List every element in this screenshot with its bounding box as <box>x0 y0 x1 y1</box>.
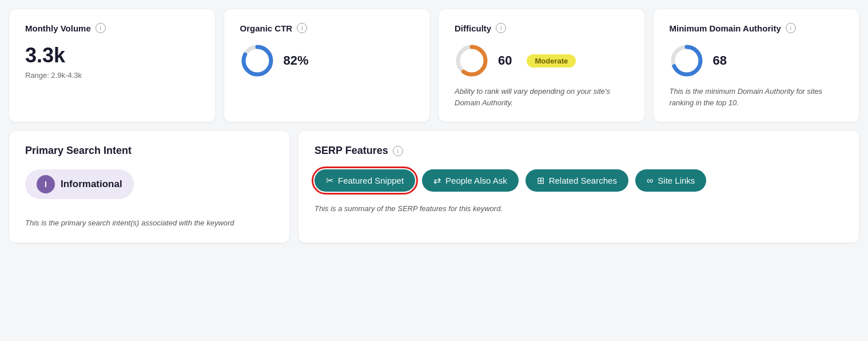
primary-search-intent-card: Primary Search Intent I Informational Th… <box>9 131 289 243</box>
intent-icon-circle: I <box>37 175 55 193</box>
primary-intent-note: This is the primary search intent(s) ass… <box>25 217 273 229</box>
monthly-volume-card: Monthly Volume i 3.3k Range: 2.9k-4.3k <box>9 9 215 122</box>
mda-metric-row: 68 <box>670 43 843 78</box>
monthly-volume-value: 3.3k <box>25 43 199 68</box>
organic-ctr-value: 82% <box>284 53 309 68</box>
organic-ctr-card: Organic CTR i 82% <box>224 9 430 122</box>
monthly-volume-range: Range: 2.9k-4.3k <box>25 71 199 80</box>
mda-donut <box>670 43 704 78</box>
related-searches-icon: ⊞ <box>537 175 544 186</box>
difficulty-label: Difficulty <box>455 23 491 33</box>
monthly-volume-info-icon[interactable]: i <box>95 23 106 33</box>
mda-title: Minimum Domain Authority i <box>670 23 843 33</box>
difficulty-note: Ability to rank will vary depending on y… <box>455 86 628 108</box>
mda-note: This is the minimum Domain Authority for… <box>670 86 843 108</box>
intent-badge-label: Informational <box>61 179 122 190</box>
site-links-icon: ∞ <box>647 176 653 186</box>
difficulty-title: Difficulty i <box>455 23 628 33</box>
serp-features-title: SERP Features <box>314 145 388 157</box>
intent-badge: I Informational <box>25 169 134 199</box>
organic-ctr-label: Organic CTR <box>240 23 293 33</box>
monthly-volume-label: Monthly Volume <box>25 23 91 33</box>
primary-intent-title: Primary Search Intent <box>25 145 132 157</box>
difficulty-donut <box>455 43 489 78</box>
serp-features-card: SERP Features i ✂ Featured Snippet ⇄ Peo… <box>298 131 859 243</box>
organic-ctr-info-icon[interactable]: i <box>297 23 307 33</box>
primary-intent-title-row: Primary Search Intent <box>25 145 273 157</box>
difficulty-card: Difficulty i 60 Moderate Ability to rank… <box>439 9 644 122</box>
difficulty-badge: Moderate <box>527 54 576 68</box>
difficulty-metric-row: 60 Moderate <box>455 43 628 78</box>
serp-features-title-row: SERP Features i <box>314 145 843 157</box>
serp-tag-featured-snippet[interactable]: ✂ Featured Snippet <box>314 169 415 192</box>
featured-snippet-label: Featured Snippet <box>338 176 404 185</box>
monthly-volume-title: Monthly Volume i <box>25 23 199 33</box>
people-also-ask-label: People Also Ask <box>445 176 507 185</box>
intent-icon-letter: I <box>45 180 47 189</box>
min-domain-authority-card: Minimum Domain Authority i 68 This is th… <box>654 9 859 122</box>
organic-ctr-title: Organic CTR i <box>240 23 414 33</box>
organic-ctr-donut <box>240 43 274 78</box>
mda-value: 68 <box>713 53 727 68</box>
difficulty-value: 60 <box>498 53 512 68</box>
mda-label: Minimum Domain Authority <box>670 23 781 33</box>
serp-features-info-icon[interactable]: i <box>393 146 403 156</box>
organic-ctr-metric-row: 82% <box>240 43 414 78</box>
serp-features-note: This is a summary of the SERP features f… <box>314 203 843 215</box>
featured-snippet-icon: ✂ <box>326 175 333 186</box>
related-searches-label: Related Searches <box>549 176 617 185</box>
serp-tag-people-also-ask[interactable]: ⇄ People Also Ask <box>422 169 519 192</box>
mda-info-icon[interactable]: i <box>786 23 796 33</box>
site-links-label: Site Links <box>658 176 695 185</box>
people-also-ask-icon: ⇄ <box>433 175 441 186</box>
serp-tags-container: ✂ Featured Snippet ⇄ People Also Ask ⊞ R… <box>314 169 843 192</box>
serp-tag-related-searches[interactable]: ⊞ Related Searches <box>525 169 628 192</box>
difficulty-info-icon[interactable]: i <box>496 23 506 33</box>
serp-tag-site-links[interactable]: ∞ Site Links <box>635 169 706 192</box>
